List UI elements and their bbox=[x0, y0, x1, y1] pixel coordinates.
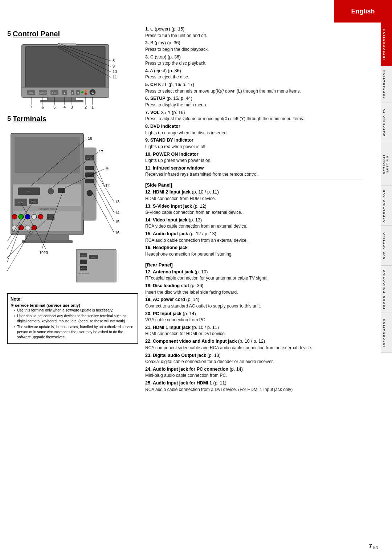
terminals-diagram: HDMI DISC PC IN HDMI bbox=[7, 126, 138, 290]
item-16: 16. Headphone jack Headphone connection … bbox=[145, 245, 363, 257]
rear-panel-label: [Rear Panel] bbox=[145, 262, 363, 268]
svg-text:14: 14 bbox=[115, 211, 119, 215]
svg-text:SETUP: SETUP bbox=[39, 92, 46, 94]
svg-text:7: 7 bbox=[30, 105, 32, 109]
control-panel-diagram: VOL SETUP ▼ CH ▲ ▶ ■ ⏻ bbox=[7, 41, 138, 111]
note-bullet-3: The software update is, in most cases, h… bbox=[14, 325, 135, 340]
svg-text:HDMI: HDMI bbox=[31, 201, 36, 203]
svg-text:20: 20 bbox=[44, 250, 48, 255]
svg-text:5: 5 bbox=[53, 105, 56, 109]
svg-text:15: 15 bbox=[115, 220, 119, 224]
note-star-label: ✳ service terminal (service use only) bbox=[11, 303, 135, 308]
svg-text:2: 2 bbox=[85, 105, 87, 109]
svg-rect-61 bbox=[58, 188, 65, 193]
svg-rect-55 bbox=[85, 179, 94, 183]
note-title: Note: bbox=[11, 297, 22, 302]
svg-text:6: 6 bbox=[42, 105, 44, 109]
item-2: 2. B (play) (p. 36) Press to begin the d… bbox=[145, 40, 363, 52]
item-10: 10. POWER ON indicator Lights up green w… bbox=[145, 151, 363, 164]
item-12: 12. HDMI 2 Input jack (p. 10 / p. 11) HD… bbox=[145, 189, 363, 201]
note-bullet-1: Use this terminal only when a software u… bbox=[14, 308, 135, 313]
svg-text:▼ CH: ▼ CH bbox=[52, 92, 57, 94]
item-1: 1. ψ (power) (p. 15) Press to turn the u… bbox=[145, 26, 363, 38]
svg-rect-49 bbox=[22, 240, 73, 243]
svg-point-56 bbox=[87, 190, 93, 196]
svg-text:⏻: ⏻ bbox=[91, 91, 94, 94]
svg-text:10: 10 bbox=[113, 69, 117, 74]
item-18: 18. Disc loading slot (p. 36) Insert the… bbox=[145, 283, 363, 295]
svg-point-69 bbox=[32, 214, 37, 219]
item-9: 9. STAND BY indicator Lights up red when… bbox=[145, 137, 363, 150]
item-19: 19. AC power cord (p. 14) Connect to a s… bbox=[145, 297, 363, 309]
svg-point-73 bbox=[19, 225, 24, 230]
svg-text:AUDIO: AUDIO bbox=[81, 267, 86, 269]
svg-rect-48 bbox=[25, 235, 69, 240]
svg-point-72 bbox=[12, 225, 17, 230]
item-25: 25. Audio Input jack for HDMI 1 (p. 11) … bbox=[145, 380, 363, 392]
svg-rect-54 bbox=[85, 172, 94, 177]
svg-rect-6 bbox=[58, 43, 76, 45]
svg-point-66 bbox=[12, 214, 17, 219]
svg-text:HDMI: HDMI bbox=[91, 256, 96, 258]
svg-text:VIDEO: VIDEO bbox=[81, 254, 86, 257]
left-column: 5 Control Panel VOL bbox=[7, 26, 142, 394]
svg-point-74 bbox=[25, 225, 30, 230]
svg-text:19: 19 bbox=[39, 250, 44, 255]
page-en: EN bbox=[373, 546, 378, 550]
svg-text:1: 1 bbox=[91, 105, 94, 109]
control-panel-section: 5 Control Panel bbox=[7, 30, 138, 38]
control-panel-items: 1. ψ (power) (p. 15) Press to turn the u… bbox=[145, 26, 363, 178]
svg-point-67 bbox=[19, 214, 24, 219]
terminals-title: Terminals bbox=[13, 115, 46, 123]
svg-text:17: 17 bbox=[99, 150, 103, 154]
tab-watching-tv[interactable]: WATCHING TV bbox=[381, 102, 392, 142]
item-22: 22. Component video and Audio Input jack… bbox=[145, 338, 363, 351]
item-3: 3. C (stop) (p. 36) Press to stop the di… bbox=[145, 54, 363, 66]
svg-text:4: 4 bbox=[64, 105, 66, 109]
item-5: 5. CH K / L (p. 16/ p. 17) Press to sele… bbox=[145, 82, 363, 94]
item-24: 24. Audio Input jack for PC connection (… bbox=[145, 366, 363, 379]
svg-rect-4 bbox=[40, 100, 83, 102]
svg-point-60 bbox=[48, 188, 54, 194]
item-7: 7. VOL X / Y (p. 16) Press to adjust the… bbox=[145, 110, 363, 122]
tab-optional-setting[interactable]: OPTIONAL SETTING bbox=[381, 142, 392, 186]
side-panel-items: 12. HDMI 2 Input jack (p. 10 / p. 11) HD… bbox=[145, 189, 363, 257]
tab-introduction[interactable]: INTRODUCTION bbox=[381, 23, 392, 66]
tab-operating-dvd[interactable]: OPERATING DVD bbox=[381, 186, 392, 226]
terminals-check: 5 bbox=[7, 115, 11, 123]
control-panel-title: Control Panel bbox=[13, 30, 60, 38]
svg-text:▲: ▲ bbox=[64, 91, 66, 94]
item-11: 11. Infrared sensor window Receives infr… bbox=[145, 165, 363, 178]
svg-point-22 bbox=[85, 93, 87, 95]
tab-dvd-setting[interactable]: DVD SETTING bbox=[381, 226, 392, 266]
svg-text:11: 11 bbox=[113, 75, 117, 79]
control-panel-svg: VOL SETUP ▼ CH ▲ ▶ ■ ⏻ bbox=[7, 41, 138, 110]
svg-text:9: 9 bbox=[113, 64, 115, 68]
tab-preparation[interactable]: PREPARATION bbox=[381, 66, 392, 102]
svg-rect-111 bbox=[80, 260, 87, 264]
note-bullet-2: User should not connect any devices to t… bbox=[14, 314, 135, 324]
side-panel-label: [Side Panel] bbox=[145, 182, 363, 188]
rear-panel-items: 17. Antenna Input jack (p. 10) RFcoaxial… bbox=[145, 269, 363, 393]
svg-point-70 bbox=[38, 214, 43, 219]
tab-troubleshooting[interactable]: TROUBLESHOOTING bbox=[381, 266, 392, 313]
page-number: 7 bbox=[369, 543, 372, 550]
language-bar: English bbox=[334, 0, 392, 23]
item-14: 14. Video Input jack (p. 13) RCA video c… bbox=[145, 217, 363, 229]
note-bullets: Use this terminal only when a software u… bbox=[11, 308, 135, 340]
svg-text:13: 13 bbox=[115, 200, 119, 204]
svg-point-75 bbox=[32, 225, 37, 230]
item-17: 17. Antenna Input jack (p. 10) RFcoaxial… bbox=[145, 269, 363, 281]
svg-text:TERMINAL AREA: TERMINAL AREA bbox=[38, 208, 56, 210]
control-panel-check: 5 bbox=[7, 30, 11, 38]
svg-point-23 bbox=[81, 91, 83, 93]
svg-rect-47 bbox=[15, 137, 80, 173]
svg-rect-53 bbox=[85, 166, 94, 170]
item-21: 21. HDMI 1 Input jack (p. 10 / p. 11) HD… bbox=[145, 325, 363, 337]
svg-text:8: 8 bbox=[113, 58, 115, 63]
tab-information[interactable]: INFORMATION bbox=[381, 313, 392, 353]
item-23: 23. Digital audio Output jack (p. 13) Co… bbox=[145, 353, 363, 365]
item-6: 6. SETUP (p. 15/ p. 44) Press to display… bbox=[145, 95, 363, 108]
svg-text:12: 12 bbox=[105, 183, 110, 188]
svg-text:■: ■ bbox=[77, 91, 79, 94]
